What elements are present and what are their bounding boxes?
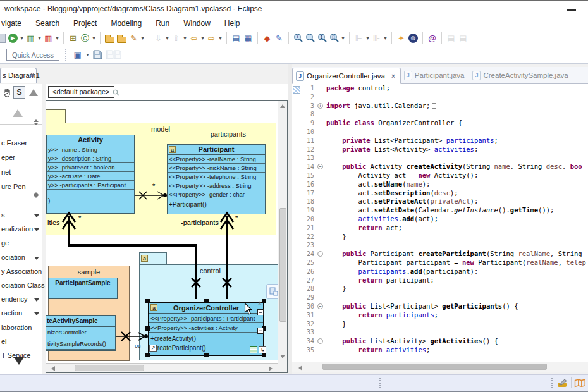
menu-item-search[interactable]: Search	[28, 18, 66, 29]
selection-handle[interactable]	[262, 299, 266, 303]
save-all-icon[interactable]	[106, 49, 121, 60]
editor-tab-organizercontroller-java[interactable]: JOrganizerController.java×	[292, 68, 401, 84]
palette-item-ociation-class[interactable]: ociation Class	[0, 279, 42, 292]
breadcrumb[interactable]: <default package>	[48, 86, 114, 98]
editor-hscroll-thumb[interactable]	[322, 364, 547, 370]
new-wizard-icon[interactable]: ▣	[72, 49, 83, 60]
chevron-down-icon[interactable]	[34, 214, 39, 217]
table-view-icon[interactable]	[250, 346, 257, 353]
zoom-out-icon[interactable]: −	[305, 33, 315, 44]
palette-item-ure-pen[interactable]: ure Pen	[0, 181, 42, 193]
selection-handle[interactable]	[204, 353, 209, 357]
chevron-down-icon[interactable]	[34, 257, 39, 260]
match-width-icon[interactable]: ⊩	[353, 33, 364, 44]
palette-item-y-association[interactable]: y Association	[0, 266, 42, 278]
scroll-down-icon[interactable]	[280, 355, 285, 358]
profile-icon[interactable]: ▥	[43, 33, 54, 44]
canvas-vscrollbar[interactable]	[278, 101, 287, 372]
palette-item-eralization[interactable]: eralization	[0, 223, 42, 236]
selection-handle[interactable]	[204, 299, 209, 303]
chevron-down-icon[interactable]	[34, 298, 39, 302]
match-height-icon[interactable]: ⊪	[371, 33, 382, 44]
palette-item-eper[interactable]: eper	[0, 152, 42, 164]
form-diagram-icon[interactable]: ▤	[231, 33, 242, 44]
doc2-icon[interactable]: ▤	[458, 33, 469, 44]
editor-tab-createactivitysample-java[interactable]: JCreateActivitySample.java	[469, 67, 573, 83]
scroll-up-icon[interactable]	[280, 104, 285, 108]
match-width-icon-dropdown[interactable]: ▾	[365, 35, 370, 41]
scroll-right-icon[interactable]	[269, 366, 273, 371]
skip-breakpoints-icon[interactable]: ⇩	[153, 33, 164, 44]
palette-item-raction[interactable]: raction	[0, 307, 42, 320]
profile-icon-dropdown[interactable]: ▾	[55, 35, 59, 41]
editor-tab-participant-java[interactable]: JParticipant.java	[401, 67, 470, 83]
new-grid-icon[interactable]: ⊞	[68, 33, 78, 44]
menu-item-run[interactable]: Run	[149, 18, 176, 29]
fold-collapse-icon[interactable]: −	[317, 302, 325, 311]
back-icon[interactable]: ⇦	[188, 33, 199, 44]
import-folder-icon[interactable]	[116, 33, 127, 44]
fold-collapse-icon[interactable]: −	[317, 337, 325, 346]
forward-icon[interactable]: ⇨	[206, 33, 217, 44]
collapse-operations-icon[interactable]: −	[257, 328, 264, 334]
clipped-icon[interactable]	[0, 34, 6, 43]
zoom-actual-icon[interactable]: 1	[317, 33, 328, 44]
quick-access-box[interactable]: Quick Access	[6, 49, 59, 61]
palette-item-c-eraser[interactable]: c Eraser	[0, 137, 42, 150]
gear-icon[interactable]: ✳	[257, 300, 262, 307]
canvas-hscrollbar[interactable]	[46, 363, 278, 372]
pen-hand-icon[interactable]	[556, 378, 570, 389]
close-icon[interactable]: ×	[30, 71, 34, 78]
run-icon-dropdown[interactable]: ▾	[20, 35, 24, 41]
selection-handle[interactable]	[145, 326, 150, 331]
editor-hscrollbar[interactable]	[292, 362, 588, 372]
forward-icon-dropdown[interactable]: ▾	[218, 35, 223, 41]
marker-icon[interactable]: ◆	[262, 33, 273, 44]
menu-item-window[interactable]: Window	[176, 18, 217, 29]
selection-handle[interactable]	[145, 353, 150, 357]
hscroll-thumb[interactable]	[75, 365, 144, 371]
mention-icon[interactable]: @	[427, 33, 438, 44]
shape-legend-icon[interactable]: ✦	[396, 33, 407, 44]
menu-item-vigate[interactable]: vigate	[0, 18, 28, 29]
web-app-icon-dropdown[interactable]: ▾	[92, 35, 96, 41]
palette-item-laboration[interactable]: laboration	[0, 322, 42, 334]
zoom-fit-icon[interactable]: □	[329, 33, 340, 44]
open-folder-icon[interactable]	[104, 33, 115, 44]
grid-diagram-icon[interactable]: ▦	[243, 33, 254, 44]
selection-handle[interactable]	[262, 353, 266, 357]
vscroll-thumb[interactable]	[279, 208, 286, 322]
tab-class-diagram[interactable]: s Diagram1 ×	[0, 68, 37, 83]
zoom-fit-icon-dropdown[interactable]: ▾	[341, 35, 345, 41]
skip-breakpoints-icon-dropdown[interactable]: ▾	[165, 35, 169, 41]
run-icon[interactable]: ▶	[8, 34, 18, 43]
open-map-icon[interactable]	[574, 379, 586, 389]
menu-item-help[interactable]: Help	[217, 18, 247, 29]
close-icon[interactable]: ×	[391, 73, 395, 80]
back-icon-dropdown[interactable]: ▾	[200, 35, 205, 41]
fold-expand-icon[interactable]: +	[317, 102, 325, 111]
palette-item-el[interactable]: el	[0, 336, 42, 348]
paint-brush-icon-dropdown[interactable]: ▾	[140, 35, 145, 41]
model-browser-icon[interactable]: ◍	[408, 34, 418, 43]
resource-catalog-button[interactable]	[266, 284, 278, 299]
fold-collapse-icon[interactable]: −	[317, 250, 325, 259]
minimize-button[interactable]	[567, 9, 576, 11]
coverage-icon-dropdown[interactable]: ▾	[37, 35, 42, 41]
code-editor[interactable]: 1package control;23+import java.util.Cal…	[292, 84, 588, 362]
collapse-attributes-icon[interactable]: −	[257, 309, 264, 315]
paint-brush-icon[interactable]: ✎	[128, 33, 139, 44]
palette-item-endency[interactable]: endency	[0, 293, 42, 306]
palette-item-t-service[interactable]: T Service	[0, 350, 42, 362]
panel-sash[interactable]	[288, 64, 292, 374]
jump-icon[interactable]: ↗	[149, 345, 157, 352]
chevron-down-icon[interactable]	[34, 312, 39, 315]
palette-item-ge[interactable]: ge	[0, 237, 42, 250]
menu-item-modeling[interactable]: Modeling	[104, 18, 149, 29]
zoom-in-icon[interactable]: +	[293, 33, 303, 44]
pan-hand-icon[interactable]	[1, 87, 12, 98]
fold-collapse-icon[interactable]: −	[317, 162, 325, 171]
scroll-left-icon[interactable]	[298, 365, 302, 371]
web-app-icon[interactable]: Ⓒ	[80, 33, 90, 44]
menu-item-project[interactable]: Project	[66, 18, 104, 29]
